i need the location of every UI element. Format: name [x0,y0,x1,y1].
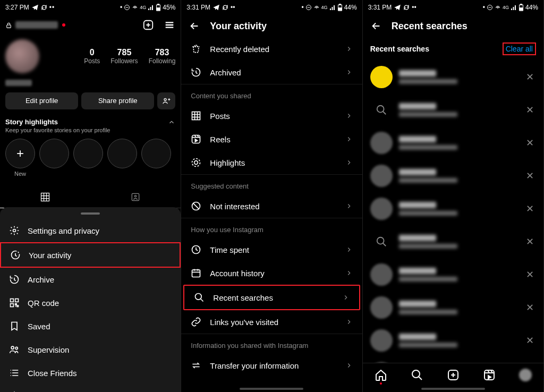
username[interactable] [15,21,58,29]
search-result-item[interactable]: ✕ [363,61,543,93]
search-result-text [399,235,517,249]
activity-item-clock[interactable]: Time spent [181,238,362,261]
not-icon [191,201,201,211]
more-icon: •• [49,4,55,11]
nav-search-icon[interactable] [411,369,423,381]
sheet-item-supervision[interactable]: Supervision [0,338,181,361]
svg-rect-33 [521,4,522,5]
search-result-item[interactable]: ✕ [363,258,543,291]
search-result-item[interactable]: ✕ [363,93,543,126]
remove-search-button[interactable]: ✕ [524,135,536,151]
story-placeholder [141,139,171,168]
stat-followers[interactable]: 785 Followers [110,48,138,65]
profile-avatar[interactable] [5,39,39,73]
search-result-item[interactable]: ✕ [363,324,543,357]
share-profile-button[interactable]: Share profile [81,92,154,109]
remove-search-button[interactable]: ✕ [524,69,536,85]
search-avatar [370,296,393,319]
search-result-item[interactable]: ✕ [363,192,543,225]
screen-recent-searches: 3:31 PM •• • 4G 44% Recent searches Rece… [363,0,544,392]
search-result-item[interactable]: ✕ [363,159,543,192]
menu-icon[interactable] [164,19,175,31]
search-result-item[interactable]: ✕ [363,357,543,363]
discover-people-button[interactable] [157,92,175,109]
tab-tagged[interactable] [90,186,181,208]
nav-reels-icon[interactable] [483,369,496,381]
stat-posts[interactable]: 0 Posts [84,48,100,65]
sheet-handle-icon[interactable] [81,212,100,215]
bookmark-icon [8,321,20,331]
activity-item-highlight[interactable]: Highlights [181,151,362,174]
svg-point-18 [316,8,317,8]
sync-icon [403,4,410,11]
search-result-text [399,268,517,282]
more-icon: •• [412,4,416,11]
activity-item-not[interactable]: Not interested [181,194,362,218]
qr-icon [8,297,20,308]
clear-all-button[interactable]: Clear all [503,42,536,55]
search-result-item[interactable]: ✕ [363,126,543,159]
activity-item-search[interactable]: Recent searches [184,286,359,309]
sync-icon [222,4,228,11]
remove-search-button[interactable]: ✕ [524,300,536,316]
chevron-right-icon [342,294,350,301]
battery-icon [337,4,343,11]
remove-search-button[interactable]: ✕ [524,333,536,348]
remove-search-button[interactable]: ✕ [524,102,536,118]
create-icon[interactable] [142,19,154,31]
nav-home-icon[interactable] [375,369,387,381]
svg-rect-4 [157,8,160,11]
activity-item-archive[interactable]: Archived [181,61,362,84]
edit-profile-button[interactable]: Edit profile [5,92,78,109]
transfer-icon [191,360,201,371]
sheet-item-activity[interactable]: Your activity [0,242,181,268]
sheet-item-archive[interactable]: Archive [0,268,181,291]
activity-item-link[interactable]: Links you've visited [181,310,362,334]
activity-item-transfer[interactable]: Transfer your information [181,354,362,377]
story-new-button[interactable]: + [5,139,35,168]
remove-search-button[interactable]: ✕ [524,267,536,283]
stat-following[interactable]: 783 Following [149,48,176,65]
signal-icon [148,4,154,11]
remove-search-button[interactable]: ✕ [524,168,536,184]
story-placeholder [107,139,137,168]
archive-icon [8,274,20,285]
story-placeholder [39,139,69,168]
activity-item-label: Highlights [210,158,245,167]
nav-handle-icon [421,388,485,390]
search-icon [370,231,393,253]
activity-item-trash[interactable]: Recently deleted [181,37,362,61]
search-result-item[interactable]: ✕ [363,291,543,324]
sheet-item-star[interactable]: Favorites [0,385,181,392]
svg-point-7 [164,98,166,100]
sheet-item-qr[interactable]: QR code [0,291,181,314]
back-icon[interactable] [370,20,382,32]
tab-grid[interactable] [0,186,90,208]
remove-search-button[interactable]: ✕ [524,201,536,217]
svg-rect-5 [7,24,11,27]
back-icon[interactable] [189,20,200,32]
archive-icon [191,67,201,78]
sheet-item-label: Settings and privacy [28,226,99,235]
network-label: 4G [321,5,328,10]
chevron-up-icon[interactable] [168,118,175,126]
activity-item-label: Account history [210,269,265,278]
activity-item-grid[interactable]: Posts [181,104,362,127]
bottom-nav [363,363,543,385]
nav-create-icon[interactable] [447,369,460,381]
section-label: Content you shared [181,84,362,104]
activity-item-download[interactable]: Download your information [181,377,362,385]
sheet-item-list[interactable]: Close Friends [0,361,181,385]
activity-item-calendar[interactable]: Account history [181,261,362,285]
lock-icon [5,22,12,29]
searches-title: Recent searches [392,21,468,32]
sheet-item-gear[interactable]: Settings and privacy [0,219,181,242]
svg-point-35 [377,106,384,113]
search-result-item[interactable]: ✕ [363,225,543,258]
search-avatar [370,66,393,88]
remove-search-button[interactable]: ✕ [524,234,536,250]
activity-item-label: Recent searches [213,293,273,302]
sheet-item-bookmark[interactable]: Saved [0,314,181,338]
activity-item-reels[interactable]: Reels [181,127,362,151]
nav-profile-icon[interactable] [519,369,532,381]
